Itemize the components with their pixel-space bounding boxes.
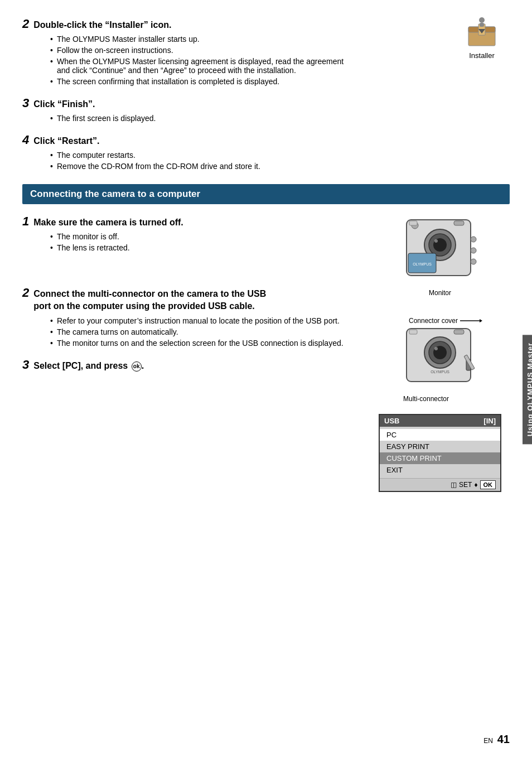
bottom-step-3-block: 3 Select [PC], and press ok. [22,358,351,372]
page-number: EN 41 [483,733,510,746]
bottom-step-2-bullet-3: The monitor turns on and the selection s… [50,339,351,348]
step-2-heading-text: Double-click the “Installer” icon. [33,20,171,30]
step-2-bullet-4: The screen confirming that installation … [50,77,351,86]
usb-title-left: USB [384,417,399,425]
step-2-bullet-1: The OLYMPUS Master installer starts up. [50,35,351,44]
bottom-section: 1 Make sure the camera is turned off. Th… [22,214,510,382]
svg-rect-11 [454,221,464,225]
camera-bottom-image: Connector cover [398,317,482,403]
step-2-number: 2 [22,17,29,31]
svg-point-16 [471,237,476,242]
usb-menu-custom-print-label: CUSTOM PRINT [386,454,442,462]
side-tab: Using OLYMPUS Master [523,335,532,444]
step-3-heading: 3 Click “Finish”. [22,96,351,110]
monitor-label: Monitor [429,289,451,297]
usb-menu-pc[interactable]: PC [380,429,500,441]
svg-point-18 [471,259,476,264]
step-4-heading: 4 Click “Restart”. [22,133,351,147]
usb-menu-exit-label: EXIT [386,466,403,474]
right-images-column: OLYMPUS Monitor Connector cover [370,214,510,492]
step-2-bullet-2: Follow the on-screen instructions. [50,46,351,55]
multi-connector-label: Multi-connector [403,395,449,403]
svg-text:OLYMPUS: OLYMPUS [413,262,432,266]
side-tab-text: Using OLYMPUS Master [526,343,532,436]
bottom-step-1-bullet-1: The monitor is off. [50,232,351,241]
step-2-bullet-3: When the OLYMPUS Master licensing agreem… [50,57,351,75]
step-2-block: 2 Double-click the “Installer” icon. The… [22,17,351,86]
step-2-bullets: The OLYMPUS Master installer starts up. … [50,35,351,86]
page-number-prefix: EN [483,737,493,745]
usb-menu-easy-print-label: EASY PRINT [386,442,429,451]
usb-menu-exit[interactable]: EXIT [380,464,500,476]
bottom-step-3-heading: 3 Select [PC], and press ok. [22,358,351,372]
svg-point-4 [479,17,485,23]
section-header: Connecting the camera to a computer [22,184,510,204]
svg-rect-26 [454,330,464,334]
usb-screen-body: PC EASY PRINT CUSTOM PRINT EXIT [380,427,500,478]
step-4-block: 4 Click “Restart”. The computer restarts… [22,133,351,171]
svg-text:OLYMPUS: OLYMPUS [431,370,449,374]
svg-point-25 [434,347,438,350]
step-4-number: 4 [22,133,29,147]
usb-screen: USB [IN] PC EASY PRINT CUSTOM PRINT EXIT [379,414,501,492]
step-2-heading: 2 Double-click the “Installer” icon. [22,17,351,31]
svg-rect-5 [480,23,484,27]
ok-circle-symbol: ok [132,361,142,372]
installer-icon [464,16,500,49]
step-4-heading-text: Click “Restart”. [33,136,99,146]
usb-title-right: [IN] [483,417,496,425]
step-3-bullets: The first screen is displayed. [50,114,351,123]
step-3-heading-text: Click “Finish”. [33,99,95,109]
usb-screen-header: USB [IN] [380,415,500,427]
footer-ok-button[interactable]: OK [480,480,496,489]
footer-diamond: ♦ [474,481,477,489]
usb-menu-custom-print[interactable]: CUSTOM PRINT [380,452,500,464]
bottom-step-2-number: 2 [22,286,29,300]
bottom-step-1-block: 1 Make sure the camera is turned off. Th… [22,214,351,252]
bottom-step-1-bullet-2: The lens is retracted. [50,243,351,252]
step-4-bullet-1: The computer restarts. [50,151,351,160]
bottom-step-2-heading: 2 Connect the multi-connector on the cam… [22,286,351,313]
bottom-step-3-heading-text: Select [PC], and press ok. [33,361,144,372]
bottom-step-1-bullets: The monitor is off. The lens is retracte… [50,232,351,252]
installer-label: Installer [469,51,495,60]
usb-screen-footer: ◫ SET ♦ OK [380,478,500,491]
usb-menu-pc-label: PC [386,431,396,439]
installer-icon-area: Installer [454,16,510,60]
bottom-step-2-bullets: Refer to your computer’s instruction man… [50,316,351,348]
bottom-steps-left: 1 Make sure the camera is turned off. Th… [22,214,351,382]
bottom-step-2-bullet-2: The camera turns on automatically. [50,327,351,336]
connector-arrow [460,317,482,324]
svg-marker-20 [480,319,482,322]
footer-menu-icon: ◫ [451,481,457,489]
step-3-block: 3 Click “Finish”. The first screen is di… [22,96,351,123]
connector-cover-row: Connector cover [409,317,482,325]
steps-top-section: 2 Double-click the “Installer” icon. The… [22,17,351,171]
step-4-bullets: The computer restarts. Remove the CD-ROM… [50,151,351,171]
footer-set-label: SET [459,481,472,489]
bottom-step-1-number: 1 [22,214,29,229]
bottom-step-2-bullet-1: Refer to your computer’s instruction man… [50,316,351,325]
step-3-bullet-1: The first screen is displayed. [50,114,351,123]
bottom-step-2-block: 2 Connect the multi-connector on the cam… [22,286,351,348]
svg-rect-29 [409,330,417,334]
svg-point-10 [434,239,438,243]
step-3-number: 3 [22,96,29,110]
connector-cover-label: Connector cover [409,317,458,325]
camera-bottom-svg: OLYMPUS [398,326,482,393]
bottom-step-2-heading-text: Connect the multi-connector on the camer… [33,288,279,313]
svg-point-17 [471,248,476,253]
bottom-step-1-heading: 1 Make sure the camera is turned off. [22,214,351,229]
page-container: Installer 2 Double-click the “Installer”… [0,0,532,757]
bottom-step-3-number: 3 [22,358,29,372]
page-number-value: 41 [497,733,510,745]
svg-rect-15 [409,221,417,225]
usb-menu-easy-print[interactable]: EASY PRINT [380,441,500,452]
camera-top-svg: OLYMPUS [398,214,482,287]
camera-top-image: OLYMPUS Monitor [398,214,482,297]
bottom-step-1-heading-text: Make sure the camera is turned off. [33,218,183,228]
step-4-bullet-2: Remove the CD-ROM from the CD-ROM drive … [50,162,351,171]
